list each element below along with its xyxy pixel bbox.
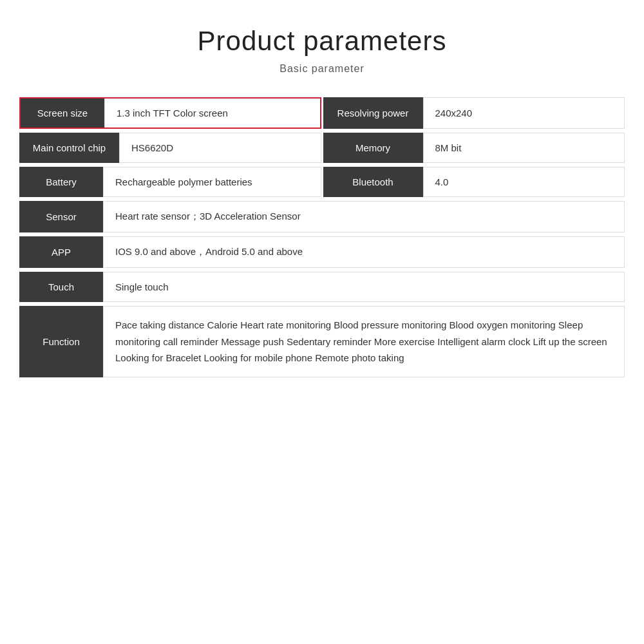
resolving-power-value: 240x240	[423, 97, 625, 129]
sensor-value: Heart rate sensor；3D Acceleration Sensor	[103, 201, 625, 232]
row-sensor: Sensor Heart rate sensor；3D Acceleration…	[19, 201, 625, 232]
battery-label: Battery	[19, 167, 103, 197]
row-touch: Touch Single touch	[19, 272, 625, 302]
row-battery-bluetooth: Battery Rechargeable polymer batteries B…	[19, 167, 625, 197]
app-value: IOS 9.0 and above，Android 5.0 and above	[103, 236, 625, 268]
sensor-label: Sensor	[19, 201, 103, 232]
left-screen-size: Screen size 1.3 inch TFT Color screen	[19, 97, 321, 129]
page-subtitle: Basic parameter	[19, 63, 625, 75]
row-screen-resolving: Screen size 1.3 inch TFT Color screen Re…	[19, 97, 625, 129]
row-function: Function Pace taking distance Calorie He…	[19, 306, 625, 377]
left-battery: Battery Rechargeable polymer batteries	[19, 167, 321, 197]
right-memory: Memory 8M bit	[323, 133, 625, 163]
resolving-power-label: Resolving power	[323, 97, 423, 129]
screen-size-wrapper: Screen size 1.3 inch TFT Color screen	[19, 97, 321, 129]
page-container: Product parameters Basic parameter Scree…	[0, 0, 644, 401]
app-label: APP	[19, 236, 103, 268]
function-label: Function	[19, 306, 103, 377]
left-chip: Main control chip HS6620D	[19, 133, 321, 163]
bluetooth-label: Bluetooth	[323, 167, 423, 197]
touch-value: Single touch	[103, 272, 625, 302]
memory-value: 8M bit	[423, 133, 625, 163]
bluetooth-value: 4.0	[423, 167, 625, 197]
touch-label: Touch	[19, 272, 103, 302]
row-chip-memory: Main control chip HS6620D Memory 8M bit	[19, 133, 625, 163]
row-app: APP IOS 9.0 and above，Android 5.0 and ab…	[19, 236, 625, 268]
function-value: Pace taking distance Calorie Heart rate …	[103, 306, 625, 377]
right-resolving-power: Resolving power 240x240	[323, 97, 625, 129]
memory-label: Memory	[323, 133, 423, 163]
page-title: Product parameters	[19, 26, 625, 57]
battery-value: Rechargeable polymer batteries	[103, 167, 321, 197]
screen-size-value: 1.3 inch TFT Color screen	[104, 99, 240, 128]
chip-label: Main control chip	[19, 133, 119, 163]
right-bluetooth: Bluetooth 4.0	[323, 167, 625, 197]
chip-value: HS6620D	[119, 133, 321, 163]
screen-size-label: Screen size	[21, 99, 104, 128]
